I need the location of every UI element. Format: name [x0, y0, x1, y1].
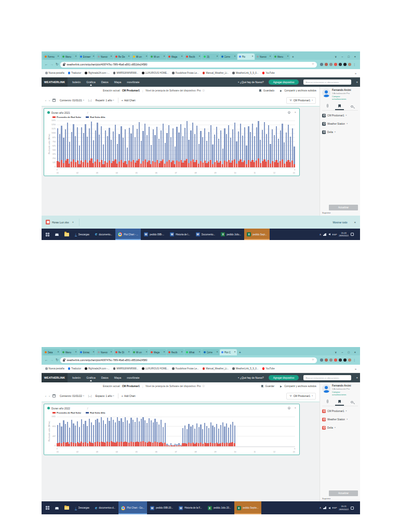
address-bar[interactable]: weatherlink.com/stripchart/plot/409747bc… [60, 357, 317, 363]
pan-left-icon[interactable]: ‹ [45, 99, 46, 102]
bookmark-item[interactable]: LUXURIOUS HOME... [142, 367, 168, 370]
profile-avatar[interactable] [348, 63, 351, 66]
nav-item-2[interactable]: Datos [101, 374, 109, 381]
taskbar-item-excel[interactable]: Xpedido Julio... [218, 229, 244, 240]
taskbar-item-store[interactable] [52, 229, 61, 240]
nav-item-2[interactable]: Datos [101, 78, 109, 86]
nav-item-0[interactable]: boletín [72, 78, 81, 86]
save-button[interactable]: Guardar [265, 385, 275, 388]
update-button[interactable]: Actualizar [329, 205, 358, 210]
add-chart-button[interactable]: +Add Chart [121, 394, 135, 397]
pan-right-icon[interactable]: › [49, 394, 50, 397]
chart-close-icon[interactable]: × [295, 111, 296, 114]
browser-tab[interactable]: Nuevo× [96, 54, 113, 60]
tab-close-icon[interactable]: × [93, 351, 95, 354]
bookmark-item[interactable]: Nueva pestaña [45, 367, 64, 370]
station-search-input[interactable] [303, 375, 351, 380]
tab-close-icon[interactable]: × [164, 351, 165, 354]
browser-tab[interactable]: Recib× [167, 349, 184, 355]
tab-close-icon[interactable]: × [287, 56, 289, 58]
address-bar[interactable]: weatherlink.com/stripchart/plot/409747bc… [60, 62, 317, 68]
window-close-button[interactable]: × [354, 56, 356, 59]
bookmark-star-icon[interactable]: ☆ [312, 63, 314, 66]
maximize-button[interactable]: □ [348, 351, 349, 354]
back-icon[interactable]: ← [45, 358, 48, 362]
settings-icon[interactable] [288, 407, 290, 409]
nav-item-1[interactable]: Gráfica [86, 78, 95, 86]
start-button[interactable] [43, 229, 52, 240]
buy-upgrades-link2[interactable]: actualizaciones [332, 393, 351, 396]
taskbar-item-store[interactable] [52, 501, 61, 514]
bookmark-item[interactable]: Rightrade24.com -... [85, 72, 109, 74]
taskbar-item-folder[interactable] [62, 229, 72, 240]
pan-right-icon[interactable]: › [49, 99, 50, 102]
pan-left-icon[interactable]: ‹ [57, 448, 58, 450]
edit-icon[interactable]: / [87, 111, 88, 114]
nav-item-3[interactable]: Mapa [114, 374, 122, 381]
browser-tab[interactable]: (3)× [202, 54, 219, 60]
browser-tab[interactable]: Manu× [61, 349, 78, 355]
device-row[interactable]: CM Produmar1▾ [322, 114, 358, 117]
extension-u-icon[interactable] [329, 63, 332, 66]
volume-icon[interactable] [328, 507, 330, 509]
pan-right-icon[interactable]: › [294, 448, 295, 450]
add-chart-button[interactable]: +Add Chart [121, 99, 135, 102]
tab-close-icon[interactable]: × [181, 351, 183, 354]
edit-icon[interactable]: / [87, 407, 88, 410]
network-icon[interactable] [323, 507, 326, 509]
taskbar-item-download[interactable]: ↓Descargas [72, 501, 92, 514]
tab-close-icon[interactable]: × [199, 56, 201, 58]
browser-tab[interactable]: Plot C× [220, 349, 237, 355]
extension-dark-icon[interactable] [339, 63, 342, 66]
device-row[interactable]: CM Produmar1▾ [322, 409, 358, 413]
add-device-button[interactable]: Agregar dispositivo [269, 375, 299, 380]
taskbar-item-word[interactable]: WDocumento... [193, 229, 218, 240]
bookmark-item[interactable]: Foodshow Frutas Le... [172, 72, 198, 74]
taskbar-item-edge[interactable]: edocumento... [92, 229, 115, 240]
reload-icon[interactable]: ↻ [56, 63, 58, 66]
volume-icon[interactable] [328, 233, 330, 235]
forward-icon[interactable]: → [50, 63, 54, 66]
bookmark-item[interactable]: WeatherLink_5_9_0... [232, 72, 258, 74]
taskbar-item-edge[interactable]: edocumentos d... [92, 501, 118, 514]
menu-icon[interactable]: ⋮ [353, 358, 356, 362]
device-row[interactable]: Weather Station▾ [322, 122, 358, 126]
buy-upgrades-link[interactable]: Comprar [332, 95, 351, 98]
bookmark-item[interactable]: Traductor [68, 367, 82, 370]
tab-close-icon[interactable]: × [252, 56, 254, 58]
header-close-icon[interactable]: × [356, 81, 358, 84]
clock[interactable]: 15:2128/9/2022 [339, 505, 349, 511]
update-button[interactable]: Actualizar [329, 490, 358, 496]
browser-tab[interactable]: Recib× [184, 54, 202, 60]
tab-close-icon[interactable]: × [146, 351, 148, 354]
tab-close-icon[interactable]: × [217, 351, 218, 354]
browser-tab[interactable]: Nuevo× [96, 349, 113, 355]
tab-conditions[interactable] [324, 398, 331, 406]
header-close-icon[interactable]: × [356, 376, 358, 379]
side-panel-icon[interactable] [320, 63, 323, 66]
browser-tab[interactable]: Maga× [167, 54, 184, 60]
tab-close-icon[interactable]: × [199, 351, 201, 354]
language-indicator[interactable]: ESP [332, 507, 337, 509]
bookmark-star-icon[interactable]: ☆ [312, 358, 314, 362]
taskbar-item-chrome[interactable]: Plot Chart - ... [115, 229, 141, 240]
share-button[interactable]: Compartir y archivos subidos [284, 89, 316, 92]
tab-close-icon[interactable]: × [234, 351, 236, 354]
downloadbar-close-icon[interactable]: × [354, 221, 356, 224]
side-panel-icon[interactable] [320, 358, 323, 362]
tab-close-icon[interactable]: × [128, 351, 130, 354]
start-date-dropdown[interactable]: Comienzo: 01/01/21▾ [58, 98, 86, 103]
downloaded-file-name[interactable]: Horas Luz.xlsx [52, 221, 69, 224]
tab-close-icon[interactable]: × [111, 56, 112, 58]
split-screen-icon[interactable] [343, 358, 347, 362]
whats-new-link[interactable]: ●¿Qué hay de Nuevo? [238, 81, 264, 84]
tab-close-icon[interactable]: × [111, 351, 112, 354]
tab-close-icon[interactable]: × [181, 56, 183, 58]
forward-icon[interactable]: → [50, 358, 54, 362]
action-center-icon[interactable] [351, 507, 354, 510]
browser-tab[interactable]: Mi un× [149, 54, 166, 60]
clock[interactable]: 15:4328/9/2022 [339, 232, 349, 237]
buy-upgrades-link[interactable]: Comprar [332, 391, 351, 393]
bookmark-item[interactable]: WeatherLink_5_9_0... [232, 367, 258, 370]
browser-tab[interactable]: Data× [43, 349, 60, 355]
